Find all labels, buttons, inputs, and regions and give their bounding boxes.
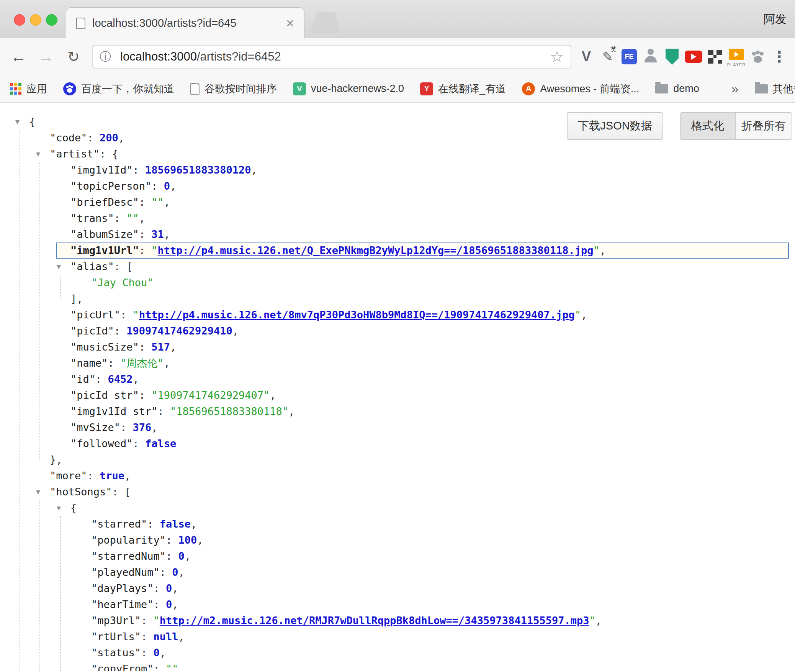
bookmark-awesomes[interactable]: A Awesomes - 前端资...: [522, 82, 639, 96]
json-line: "more": true,: [0, 468, 789, 484]
person-icon[interactable]: [642, 46, 659, 68]
close-window-button[interactable]: [14, 14, 25, 26]
browser-window: localhost:3000/artists?id=645 × 阿发 ← → ↻…: [0, 0, 795, 671]
navigation-toolbar: ← → ↻ ⓘ localhost:3000/artists?id=6452 ☆…: [0, 38, 795, 75]
page-content: 下载JSON数据 格式化 折叠所有 ▼{"code": 200,▼"artist…: [0, 103, 795, 671]
browser-tab[interactable]: localhost:3000/artists?id=645 ×: [66, 7, 304, 39]
json-line: "img1v1Id_str": "18569651883380118",: [0, 403, 789, 420]
tab-strip: localhost:3000/artists?id=645 × 阿发: [0, 0, 795, 38]
json-url-link[interactable]: http://p4.music.126.net/8mv7qP30Pd3oHW8b…: [139, 309, 575, 321]
json-line: "name": "周杰伦",: [0, 355, 789, 371]
tab-title: localhost:3000/artists?id=645: [92, 17, 279, 30]
url-path: /artists?id=6452: [197, 50, 281, 63]
json-line: "Jay Chou": [0, 275, 789, 291]
browser-menu-icon[interactable]: ⋮: [770, 46, 788, 68]
bookmark-demo-folder[interactable]: demo: [655, 83, 699, 95]
json-line: "mp3Url": "http://m2.music.126.net/RMJR7…: [0, 613, 789, 629]
json-line: "playedNum": 0,: [0, 564, 789, 580]
json-line: "albumSize": 31,: [0, 226, 789, 243]
collapse-arrow-icon[interactable]: ▼: [36, 146, 40, 162]
forward-button[interactable]: →: [32, 48, 60, 66]
json-viewer: ▼{"code": 200,▼"artist": {"img1v1Id": 18…: [0, 103, 795, 671]
json-line: "code": 200,: [0, 130, 789, 146]
bookmarks-overflow-icon[interactable]: »: [731, 81, 739, 96]
awesomes-icon: A: [522, 82, 535, 95]
json-line: "copyFrom": "",: [0, 661, 789, 671]
fullscreen-window-button[interactable]: [46, 14, 57, 26]
vue-icon: V: [293, 82, 306, 95]
bookmark-baidu[interactable]: 百度一下，你就知道: [63, 82, 174, 96]
json-line: "trans": "",: [0, 210, 789, 226]
json-line: "mvSize": 376,: [0, 420, 789, 436]
bookmark-label: 谷歌按时间排序: [204, 82, 277, 96]
json-line: "starredNum": 0,: [0, 548, 789, 564]
collapse-arrow-icon[interactable]: ▼: [57, 500, 61, 516]
collapse-arrow-icon[interactable]: ▼: [15, 114, 20, 130]
json-line: ▼{: [0, 500, 789, 516]
url-text: localhost:3000/artists?id=6452: [120, 50, 550, 64]
url-host: localhost:3000: [120, 50, 197, 63]
json-line: },: [0, 452, 789, 468]
bookmark-star-icon[interactable]: ☆: [550, 48, 564, 66]
address-bar[interactable]: ⓘ localhost:3000/artists?id=6452 ☆: [92, 45, 571, 69]
json-line: "popularity": 100,: [0, 532, 789, 548]
json-line: "img1v1Id": 18569651883380120,: [0, 162, 789, 178]
json-line: "rtUrls": null,: [0, 629, 789, 645]
json-line: "picId": 19097417462929410,: [0, 323, 789, 339]
youtube-icon[interactable]: [685, 46, 702, 68]
collapse-arrow-icon[interactable]: ▼: [36, 484, 40, 500]
minimize-window-button[interactable]: [30, 14, 41, 26]
bookmark-label: 百度一下，你就知道: [81, 82, 174, 96]
bookmark-label: demo: [673, 83, 699, 95]
json-line: "topicPerson": 0,: [0, 178, 789, 194]
reload-button[interactable]: ↻: [60, 48, 87, 65]
bookmark-label: vue-hackernews-2.0: [311, 83, 404, 95]
fe-extension-icon[interactable]: FE: [620, 46, 638, 68]
paw-icon[interactable]: [749, 46, 767, 68]
translate-extension-icon[interactable]: ✎ 英: [599, 46, 617, 68]
bookmark-label: 应用: [26, 82, 47, 96]
json-line: "picUrl": "http://p4.music.126.net/8mv7q…: [0, 307, 789, 323]
new-tab-button[interactable]: [311, 12, 341, 33]
other-bookmarks-label: 其他书签: [773, 82, 795, 96]
json-line: "musicSize": 517,: [0, 339, 789, 355]
bookmark-youdao-translate[interactable]: Y 在线翻译_有道: [420, 82, 506, 96]
folder-icon: [655, 84, 668, 93]
shield-icon[interactable]: [663, 46, 681, 68]
json-line: "status": 0,: [0, 645, 789, 661]
bookmark-google-sort[interactable]: 谷歌按时间排序: [190, 82, 277, 96]
other-bookmarks-folder[interactable]: 其他书签: [755, 82, 795, 96]
player-icon[interactable]: PLAYER: [728, 46, 745, 68]
json-url-link[interactable]: http://m2.music.126.net/RMJR7wDullRqppBk…: [160, 615, 589, 626]
page-favicon-icon: [76, 18, 85, 29]
json-line: "id": 6452,: [0, 371, 789, 387]
folder-icon: [755, 84, 768, 93]
json-line: "img1v1Url": "http://p4.music.126.net/Q_…: [0, 243, 789, 259]
page-info-icon[interactable]: ⓘ: [100, 49, 111, 65]
json-line: "picId_str": "19097417462929407",: [0, 387, 789, 403]
bookmark-label: Awesomes - 前端资...: [540, 82, 639, 96]
tab-close-icon[interactable]: ×: [286, 16, 294, 30]
profile-name[interactable]: 阿发: [764, 11, 787, 27]
bookmarks-bar: 应用 百度一下，你就知道 谷歌按时间排序 V vue-hackernews-2.…: [0, 75, 795, 103]
vimium-icon[interactable]: V: [577, 46, 595, 68]
baidu-paw-icon: [63, 82, 76, 95]
json-line: ▼{: [0, 114, 789, 130]
json-line: "starred": false,: [0, 516, 789, 532]
collapse-arrow-icon[interactable]: ▼: [57, 259, 61, 275]
extensions-row: V ✎ 英 FE PLAYER ⋮: [577, 46, 788, 68]
bookmark-label: 在线翻译_有道: [438, 82, 506, 96]
back-button[interactable]: ←: [5, 48, 32, 66]
apps-grid-icon: [10, 83, 21, 95]
page-icon: [190, 83, 200, 95]
bookmark-vue-hackernews[interactable]: V vue-hackernews-2.0: [293, 82, 404, 95]
json-line: "hearTime": 0,: [0, 597, 789, 613]
json-line: ▼"artist": {: [0, 146, 789, 162]
window-controls: [14, 14, 57, 26]
youdao-icon: Y: [420, 82, 433, 95]
json-line: "followed": false: [0, 436, 789, 452]
qrcode-icon[interactable]: [706, 46, 724, 68]
bookmark-apps[interactable]: 应用: [10, 82, 47, 96]
json-url-link[interactable]: http://p4.music.126.net/Q_ExePNkmgB2yWyL…: [158, 244, 594, 256]
json-line: "dayPlays": 0,: [0, 580, 789, 597]
